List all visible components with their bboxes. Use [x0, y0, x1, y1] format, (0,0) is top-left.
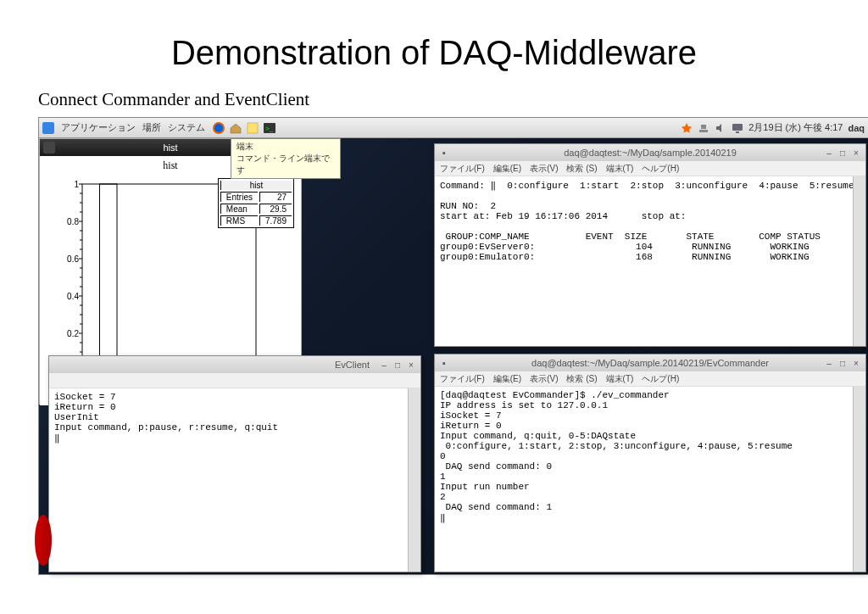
menu-help[interactable]: ヘルプ(H): [642, 163, 679, 175]
svg-point-1: [214, 124, 223, 132]
close-button[interactable]: ×: [405, 359, 417, 371]
svg-text:>_: >_: [265, 125, 274, 132]
close-button[interactable]: ×: [850, 147, 862, 159]
evclient-menubar: [49, 373, 420, 388]
tooltip-desc: コマンド・ライン端末です: [236, 153, 335, 176]
scrollbar-thumb[interactable]: [410, 392, 419, 417]
svg-rect-2: [248, 123, 258, 133]
evclient-terminal: EvClient – □ × iSocket = 7 iReturn = 0 U…: [48, 355, 421, 572]
svg-rect-5: [701, 125, 706, 129]
svg-rect-8: [736, 131, 739, 133]
menu-file[interactable]: ファイル(F): [440, 163, 485, 175]
evcommander-title: daq@daqtest:~/MyDaq/sample.20140219/EvCo…: [531, 358, 769, 368]
svg-text:0.8: 0.8: [67, 217, 79, 226]
hist-window-title: hist: [163, 142, 177, 153]
clock[interactable]: 2月19日 (水) 午後 4:17: [748, 121, 843, 134]
close-button[interactable]: ×: [850, 357, 862, 369]
menu-system[interactable]: システム: [168, 121, 205, 134]
maximize-button[interactable]: □: [392, 359, 403, 371]
terminal-tooltip: 端末 コマンド・ライン端末です: [231, 138, 341, 179]
menu-view[interactable]: 表示(V): [530, 373, 558, 385]
scrollbar-thumb[interactable]: [855, 180, 864, 205]
user-menu[interactable]: daq: [848, 123, 865, 133]
menu-view[interactable]: 表示(V): [530, 163, 558, 175]
volume-icon[interactable]: [715, 122, 726, 134]
svg-rect-7: [732, 124, 743, 131]
svg-text:0.2: 0.2: [67, 329, 79, 338]
firefox-icon[interactable]: [212, 121, 225, 135]
menu-terminal[interactable]: 端末(T): [606, 373, 634, 385]
menu-file[interactable]: ファイル(F): [440, 373, 485, 385]
evclient-titlebar[interactable]: EvClient – □ ×: [49, 356, 420, 373]
slide-title: Demonstration of DAQ-Middleware: [51, 34, 817, 72]
evcommander-menubar: ファイル(F) 編集(E) 表示(V) 検索 (S) 端末(T) ヘルプ(H): [435, 371, 865, 387]
menu-edit[interactable]: 編集(E): [493, 163, 521, 175]
terminal-icon[interactable]: >_: [263, 121, 276, 135]
evcommander-titlebar[interactable]: ▪ daq@daqtest:~/MyDaq/sample.20140219/Ev…: [435, 354, 865, 371]
menu-terminal[interactable]: 端末(T): [606, 163, 634, 175]
daq-status-terminal: ▪ daq@daqtest:~/MyDaq/sample.20140219 – …: [434, 143, 866, 347]
daq-status-output[interactable]: Command: ‖ 0:configure 1:start 2:stop 3:…: [435, 176, 865, 346]
daq-status-titlebar[interactable]: ▪ daq@daqtest:~/MyDaq/sample.20140219 – …: [435, 144, 865, 161]
evclient-title: EvClient: [335, 360, 370, 370]
menu-search[interactable]: 検索 (S): [566, 163, 597, 175]
slide-subtitle: Connect Commander and EventClient: [38, 89, 817, 110]
hist-stats-label: hist: [220, 181, 292, 190]
menu-edit[interactable]: 編集(E): [493, 373, 521, 385]
gnome-foot-icon[interactable]: [42, 122, 54, 134]
svg-rect-6: [699, 130, 708, 132]
svg-text:0.6: 0.6: [67, 254, 79, 264]
update-icon[interactable]: [681, 122, 693, 134]
evcommander-output[interactable]: [daq@daqtest EvCommander]$ ./ev_commande…: [435, 387, 865, 572]
tooltip-title: 端末: [236, 141, 335, 153]
terminal-app-icon: ▪: [438, 147, 450, 159]
menu-applications[interactable]: アプリケーション: [61, 121, 136, 134]
maximize-button[interactable]: □: [837, 147, 849, 159]
desktop-decoration: [35, 515, 52, 566]
minimize-button[interactable]: –: [823, 147, 835, 159]
evclient-output[interactable]: iSocket = 7 iReturn = 0 UserInit Input c…: [49, 388, 420, 572]
network-icon[interactable]: [698, 122, 709, 134]
daq-status-menubar: ファイル(F) 編集(E) 表示(V) 検索 (S) 端末(T) ヘルプ(H): [435, 161, 865, 176]
notes-icon[interactable]: [246, 121, 259, 135]
desktop-screenshot: アプリケーション 場所 システム >_ 2月19日 (水) 午後 4:17 da…: [38, 117, 868, 575]
scrollbar-thumb[interactable]: [855, 390, 864, 416]
svg-text:1: 1: [74, 180, 79, 189]
display-icon[interactable]: [732, 122, 743, 134]
gnome-taskbar: アプリケーション 場所 システム >_ 2月19日 (水) 午後 4:17 da…: [39, 118, 868, 138]
daq-status-title: daq@daqtest:~/MyDaq/sample.20140219: [564, 148, 737, 158]
menu-help[interactable]: ヘルプ(H): [642, 373, 679, 385]
hist-stats-box: hist Entries27 Mean29.5 RMS7.789: [218, 178, 294, 228]
menu-places[interactable]: 場所: [142, 121, 161, 134]
menu-search[interactable]: 検索 (S): [566, 373, 597, 385]
hist-app-icon: [43, 142, 55, 154]
minimize-button[interactable]: –: [823, 357, 835, 369]
maximize-button[interactable]: □: [837, 357, 849, 369]
evcommander-terminal: ▪ daq@daqtest:~/MyDaq/sample.20140219/Ev…: [434, 354, 866, 572]
home-icon[interactable]: [229, 121, 242, 135]
minimize-button[interactable]: –: [378, 359, 390, 371]
svg-text:0.4: 0.4: [67, 292, 79, 301]
terminal-app-icon: ▪: [438, 357, 450, 369]
svg-rect-10: [100, 184, 118, 371]
